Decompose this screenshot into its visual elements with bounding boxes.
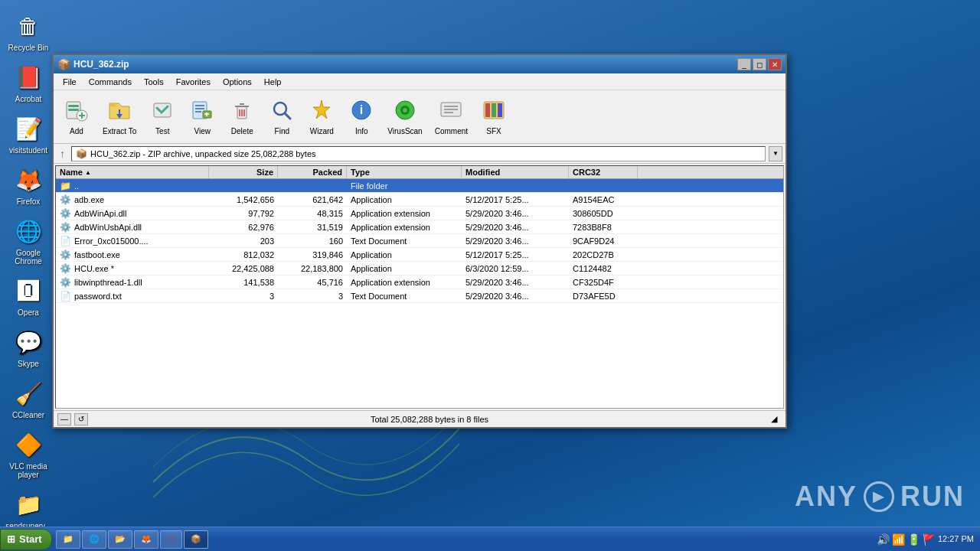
system-tray: 🔊 📶 🔋 🚩 12:27 PM: [871, 533, 980, 546]
status-btn-2[interactable]: ↺: [74, 413, 88, 425]
file-size-cell: 22,425,088: [209, 263, 278, 274]
menu-file[interactable]: File: [57, 76, 83, 88]
file-size-cell: 3: [209, 291, 278, 302]
taskbar-avast[interactable]: 🛡: [160, 530, 182, 549]
add-icon: [65, 99, 88, 125]
table-row[interactable]: ⚙️ fastboot.exe 812,032 319,846 Applicat…: [56, 248, 783, 262]
col-header-type[interactable]: Type: [347, 166, 462, 178]
file-packed-cell: 3: [278, 291, 347, 302]
address-dropdown[interactable]: ▼: [769, 146, 782, 161]
table-row[interactable]: 📄 Error_0xc015000.... 203 160 Text Docum…: [56, 234, 783, 248]
table-row[interactable]: ⚙️ AdbWinApi.dll 97,792 48,315 Applicati…: [56, 207, 783, 220]
tray-flag-icon[interactable]: 🚩: [923, 533, 936, 546]
taskbar-explorer[interactable]: 📁: [56, 530, 80, 549]
test-label: Test: [155, 127, 169, 135]
toolbar-wizard-button[interactable]: Wizard: [302, 93, 341, 141]
toolbar-find-button[interactable]: Find: [263, 93, 301, 141]
virusscan-icon: [394, 99, 416, 125]
file-name-cell: ⚙️ libwinpthread-1.dll: [56, 276, 209, 289]
menu-commands[interactable]: Commands: [83, 76, 138, 88]
svg-text:i: i: [360, 103, 363, 116]
taskbar-avast-icon: 🛡: [167, 535, 175, 544]
file-list[interactable]: Name ▲ Size Packed Type Modified CRC32: [55, 165, 784, 409]
opera-icon: 🅾: [13, 276, 44, 306]
tray-volume-icon[interactable]: 🔊: [877, 533, 890, 546]
desktop-icon-vlc[interactable]: 🔶VLC media player: [4, 426, 53, 482]
table-row[interactable]: ⚙️ libwinpthread-1.dll 141,538 45,716 Ap…: [56, 276, 783, 289]
skype-label: Skype: [18, 360, 39, 368]
taskbar-firefox[interactable]: 🦊: [134, 530, 158, 549]
taskbar-ie[interactable]: 🌐: [82, 530, 106, 549]
table-row[interactable]: ⚙️ AdbWinUsbApi.dll 62,976 31,519 Applic…: [56, 220, 783, 234]
toolbar-comment-button[interactable]: Comment: [430, 93, 473, 141]
desktop-icon-opera[interactable]: 🅾Opera: [4, 272, 53, 320]
file-name: Error_0xc015000....: [74, 236, 149, 246]
file-type-cell: Application extension: [347, 208, 462, 219]
file-type-cell: Application extension: [347, 222, 462, 233]
toolbar: Add Extract To: [54, 90, 786, 144]
svg-rect-37: [485, 103, 490, 117]
file-name: ..: [74, 181, 79, 191]
start-label: Start: [19, 533, 42, 545]
file-name: HCU.exe *: [74, 264, 114, 273]
desktop-icon-firefox[interactable]: 🦊Firefox: [4, 161, 53, 209]
desktop-icon-google-chrome[interactable]: 🌐Google Chrome: [4, 213, 53, 269]
desktop-icon-recycle-bin[interactable]: 🗑Recycle Bin: [4, 8, 53, 55]
toolbar-sfx-button[interactable]: SFX: [475, 93, 513, 141]
minimize-button[interactable]: _: [737, 58, 751, 70]
menu-favorites[interactable]: Favorites: [170, 76, 217, 88]
status-btn-1[interactable]: —: [57, 413, 71, 425]
menu-options[interactable]: Options: [217, 76, 258, 88]
toolbar-test-button[interactable]: Test: [143, 93, 181, 141]
toolbar-virusscan-button[interactable]: VirusScan: [382, 93, 427, 141]
menu-help[interactable]: Help: [258, 76, 288, 88]
start-button[interactable]: ⊞ Start: [0, 529, 52, 550]
file-name: AdbWinUsbApi.dll: [74, 223, 142, 232]
tray-battery-icon[interactable]: 🔋: [907, 533, 920, 546]
file-packed-cell: 160: [278, 236, 347, 246]
restore-button[interactable]: ◻: [753, 58, 766, 70]
tray-clock: 12:27 PM: [938, 533, 974, 544]
address-bar: ↑ 📦 HCU_362.zip - ZIP archive, unpacked …: [54, 144, 786, 164]
file-name-cell: 📄 password.txt: [56, 290, 209, 302]
file-modified-cell: 5/12/2017 5:25...: [462, 194, 569, 205]
taskbar-folder-icon: 📂: [115, 534, 126, 544]
col-header-crc[interactable]: CRC32: [569, 166, 638, 178]
skype-icon: 💬: [13, 327, 44, 357]
view-label: View: [194, 127, 211, 135]
svg-line-25: [285, 113, 290, 119]
col-header-name[interactable]: Name ▲: [56, 166, 209, 178]
menu-tools[interactable]: Tools: [138, 76, 170, 88]
file-modified-cell: 5/29/2020 3:46...: [462, 222, 569, 233]
close-button[interactable]: ✕: [768, 58, 782, 70]
table-row[interactable]: ⚙️ HCU.exe * 22,425,088 22,183,800 Appli…: [56, 262, 783, 276]
col-header-packed[interactable]: Packed: [278, 166, 347, 178]
table-row[interactable]: 📁 .. File folder: [56, 179, 783, 193]
back-button[interactable]: ↑: [57, 146, 68, 161]
taskbar-firefox-icon: 🦊: [141, 534, 152, 544]
taskbar-folder[interactable]: 📂: [108, 530, 132, 549]
file-name: password.txt: [74, 292, 122, 301]
file-crc-cell: A9154EAC: [569, 194, 638, 205]
tray-network-icon[interactable]: 📶: [892, 533, 905, 546]
table-row[interactable]: ⚙️ adb.exe 1,542,656 621,642 Application…: [56, 193, 783, 207]
file-name-cell: 📄 Error_0xc015000....: [56, 235, 209, 247]
toolbar-extract-button[interactable]: Extract To: [97, 93, 142, 141]
file-name-cell: ⚙️ fastboot.exe: [56, 249, 209, 261]
toolbar-add-button[interactable]: Add: [57, 93, 96, 141]
extract-icon: [108, 99, 131, 125]
toolbar-delete-button[interactable]: Delete: [223, 93, 261, 141]
desktop-icon-ccleaner[interactable]: 🧹CCleaner: [4, 375, 53, 422]
taskbar-winrar[interactable]: 📦: [184, 530, 208, 549]
file-name: libwinpthread-1.dll: [74, 278, 142, 287]
desktop-icon-skype[interactable]: 💬Skype: [4, 324, 53, 371]
toolbar-info-button[interactable]: i Info: [342, 93, 381, 141]
file-crc-cell: [569, 185, 638, 187]
file-modified-cell: 5/29/2020 3:46...: [462, 277, 569, 288]
col-header-size[interactable]: Size: [209, 166, 278, 178]
toolbar-view-button[interactable]: View: [183, 93, 221, 141]
col-header-modified[interactable]: Modified: [462, 166, 569, 178]
desktop-icon-visitstudent[interactable]: 📝visitstudent: [4, 110, 53, 158]
desktop-icon-acrobat[interactable]: 📕Acrobat: [4, 59, 53, 106]
table-row[interactable]: 📄 password.txt 3 3 Text Document 5/29/20…: [56, 289, 783, 303]
